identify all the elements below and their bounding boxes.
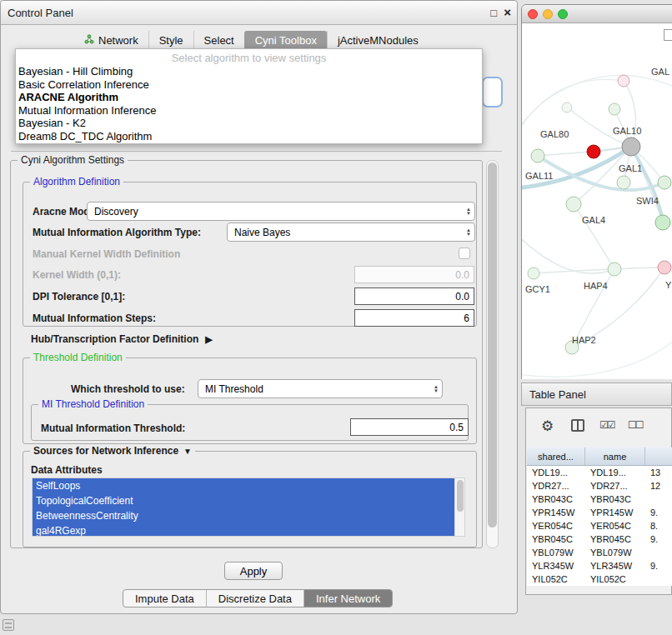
network-node[interactable] xyxy=(608,262,621,276)
network-edge[interactable] xyxy=(574,147,631,204)
attribute-item-topologicalcoefficient[interactable]: TopologicalCoefficient xyxy=(33,493,454,508)
bottom-tab-impute-data[interactable]: Impute Data xyxy=(123,590,206,607)
close-icon[interactable]: × xyxy=(504,5,511,19)
settings-group-title: Cyni Algorithm Settings xyxy=(18,154,128,166)
settings-scrollbar[interactable] xyxy=(486,160,499,548)
column-header-hidden[interactable] xyxy=(645,448,672,465)
table-cell: 9. xyxy=(645,532,672,546)
network-edge[interactable] xyxy=(522,75,672,136)
mi-steps-field[interactable]: 6 xyxy=(354,309,474,327)
network-node[interactable] xyxy=(658,176,671,189)
zoom-traffic-light-icon[interactable] xyxy=(558,9,568,19)
network-node[interactable] xyxy=(622,138,640,156)
table-cell: YIL052C xyxy=(585,572,645,586)
scrollbar-corner-box[interactable] xyxy=(664,29,672,41)
column-header-shared-[interactable]: shared... xyxy=(527,448,585,465)
which-threshold-value: MI Threshold xyxy=(205,383,263,395)
mi-threshold-field[interactable]: 0.5 xyxy=(350,418,469,436)
tab-cyni-toolbox[interactable]: Cyni Toolbox xyxy=(244,31,327,50)
network-edge[interactable] xyxy=(574,204,614,269)
network-node[interactable] xyxy=(609,103,620,115)
algorithm-option-bayesian-hill-climbing[interactable]: Bayesian - Hill Climbing xyxy=(16,65,482,78)
algorithm-option-dream8-dc-tdc-algorithm[interactable]: Dream8 DC_TDC Algorithm xyxy=(16,130,482,143)
columns-icon[interactable] xyxy=(571,419,584,432)
attribute-item-selfloops[interactable]: SelfLoops xyxy=(33,478,454,493)
manual-kernel-checkbox[interactable] xyxy=(459,248,470,259)
table-row[interactable]: YDL19...YDL19...13 xyxy=(527,466,672,479)
network-icon xyxy=(84,34,94,47)
network-node[interactable] xyxy=(531,149,544,162)
node-label-swi4: SWI4 xyxy=(636,196,659,206)
table-row[interactable]: YIL052CYIL052C xyxy=(527,572,672,586)
table-row[interactable]: YPR145WYPR145W9. xyxy=(527,506,672,519)
attribute-item-gal4rgexp[interactable]: gal4RGexp xyxy=(33,523,454,537)
gear-icon[interactable]: ⚙ xyxy=(541,418,554,435)
tab-select[interactable]: Select xyxy=(193,31,244,50)
network-edge[interactable] xyxy=(522,79,624,132)
network-canvas[interactable]: GALGAL80GAL10GAL11GAL1SWI4GAL4GCY1HAP4YH… xyxy=(522,23,672,379)
bottom-tab-discretize-data[interactable]: Discretize Data xyxy=(206,590,303,607)
mi-type-value: Naive Bayes xyxy=(234,227,290,238)
attribute-table: shared...name YDL19...YDL19...13YDR27...… xyxy=(527,448,672,586)
network-edge[interactable] xyxy=(522,232,614,273)
attributes-scrollbar[interactable] xyxy=(454,478,464,536)
table-panel-titlebar[interactable]: Table Panel xyxy=(521,382,672,406)
network-edge[interactable] xyxy=(624,81,635,147)
deselect-all-checks-icon[interactable]: ☐☐ xyxy=(628,419,643,431)
apply-button[interactable]: Apply xyxy=(224,562,283,580)
network-node[interactable] xyxy=(587,145,600,158)
table-row[interactable]: YDR27...YDR27...12 xyxy=(527,479,672,492)
attribute-item-betweennesscentrality[interactable]: BetweennessCentrality xyxy=(33,508,454,523)
node-label-gal11: GAL11 xyxy=(525,171,553,181)
algorithm-option-mutual-information-inference[interactable]: Mutual Information Inference xyxy=(16,104,482,118)
attributes-scrollbar-thumb[interactable] xyxy=(457,480,464,512)
network-node[interactable] xyxy=(618,75,629,87)
select-all-checks-icon[interactable]: ☑☑ xyxy=(599,419,614,431)
table-cell: 9. xyxy=(645,559,672,572)
algorithm-option-aracne-algorithm[interactable]: ARACNE Algorithm xyxy=(16,91,482,104)
sources-expander[interactable]: Sources for Network Inference▼ xyxy=(30,445,195,457)
network-node[interactable] xyxy=(617,176,630,189)
hub-definition-expander[interactable]: Hub/Transcription Factor Definition▶ xyxy=(31,333,213,345)
settings-scrollbar-thumb[interactable] xyxy=(488,162,497,528)
apply-button-label: Apply xyxy=(240,565,268,578)
network-node[interactable] xyxy=(655,215,670,230)
mi-type-select[interactable]: Naive Bayes ▲▼ xyxy=(227,222,475,242)
tab-jactivemnodules[interactable]: jActiveMNodules xyxy=(327,31,429,50)
aracne-mode-select[interactable]: Discovery ▲▼ xyxy=(87,202,475,221)
network-node[interactable] xyxy=(658,261,671,274)
algorithm-option-basic-correlation-inference[interactable]: Basic Correlation Inference xyxy=(16,78,482,92)
window-title: Control Panel xyxy=(8,7,73,19)
network-node[interactable] xyxy=(562,102,572,112)
tab-style[interactable]: Style xyxy=(148,31,193,50)
table-row[interactable]: YBR045CYBR045C9. xyxy=(527,532,672,546)
control-panel-titlebar[interactable]: Control Panel □ × xyxy=(1,1,517,25)
table-row[interactable]: YBL079WYBL079W xyxy=(527,546,672,559)
bottom-tab-infer-network[interactable]: Infer Network xyxy=(303,590,392,607)
algorithm-option-bayesian-k2[interactable]: Bayesian - K2 xyxy=(16,117,482,130)
node-label-gal10: GAL10 xyxy=(613,126,641,136)
table-row[interactable]: YER054CYER054C8. xyxy=(527,519,672,532)
collapsed-panel-icon[interactable] xyxy=(3,619,14,631)
table-row[interactable]: YBR043CYBR043C xyxy=(527,492,672,506)
table-cell xyxy=(645,546,672,559)
dpi-tolerance-field[interactable]: 0.0 xyxy=(354,288,474,305)
mi-threshold-group-title: MI Threshold Definition xyxy=(38,398,148,410)
table-cell: YLR345W xyxy=(585,559,645,572)
network-window-titlebar[interactable] xyxy=(522,5,672,23)
data-attributes-list[interactable]: SelfLoopsTopologicalCoefficientBetweenne… xyxy=(32,478,465,537)
algorithm-combobox-partial[interactable] xyxy=(482,77,503,108)
network-edge[interactable] xyxy=(538,152,594,156)
float-window-icon[interactable]: □ xyxy=(490,7,497,19)
kernel-width-field[interactable]: 0.0 xyxy=(354,266,474,283)
network-node[interactable] xyxy=(528,268,539,279)
table-row[interactable]: YLR345WYLR345W9. xyxy=(527,559,672,572)
network-edge[interactable] xyxy=(614,268,664,269)
minimize-traffic-light-icon[interactable] xyxy=(543,9,553,19)
which-threshold-select[interactable]: MI Threshold ▲▼ xyxy=(198,379,443,398)
column-header-name[interactable]: name xyxy=(585,448,645,465)
network-node[interactable] xyxy=(566,197,581,212)
close-traffic-light-icon[interactable] xyxy=(528,9,538,19)
tab-network[interactable]: Network xyxy=(74,31,148,50)
network-edge[interactable] xyxy=(522,338,672,377)
